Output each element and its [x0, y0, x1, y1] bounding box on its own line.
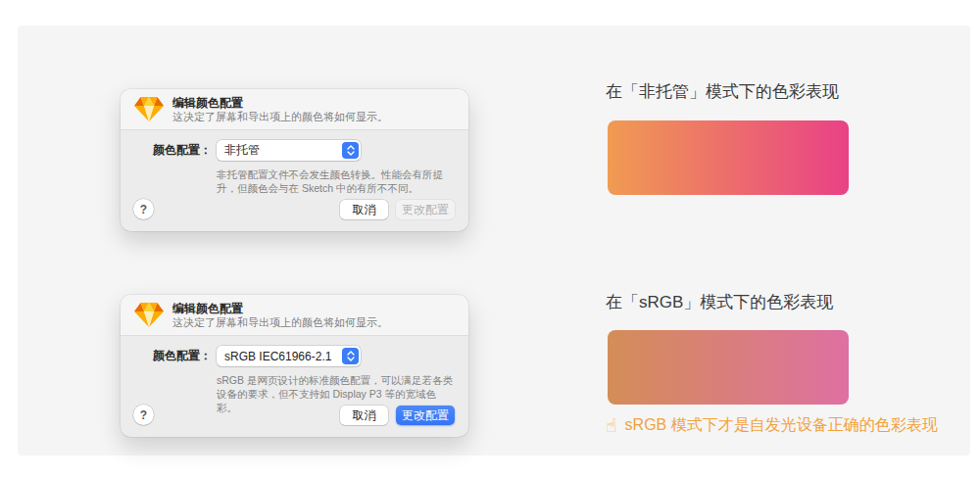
preview-heading-unmanaged: 在「非托管」模式下的色彩表现	[606, 80, 939, 103]
chevron-up-down-icon	[342, 142, 359, 159]
chevron-up-down-icon	[342, 348, 359, 364]
dialog-title: 编辑颜色配置	[172, 302, 388, 315]
dialog-buttons: 取消 更改配置	[340, 200, 455, 219]
profile-field-label: 颜色配置：	[121, 348, 212, 364]
pointing-up-icon: ☝	[606, 414, 617, 436]
cancel-button[interactable]: 取消	[340, 200, 388, 219]
help-button[interactable]: ?	[133, 405, 154, 425]
sketch-gem-icon	[134, 302, 164, 328]
srgb-note-text: sRGB 模式下才是自发光设备正确的色彩表现	[625, 415, 938, 436]
srgb-note: ☝ sRGB 模式下才是自发光设备正确的色彩表现	[606, 414, 938, 436]
selected-profile-value: sRGB IEC61966-2.1	[224, 350, 331, 363]
dialog-header: 编辑颜色配置 这决定了屏幕和导出项上的颜色将如何显示。	[121, 295, 468, 336]
preview-heading-srgb: 在「sRGB」模式下的色彩表现	[606, 291, 939, 313]
screenshot-canvas: 编辑颜色配置 这决定了屏幕和导出项上的颜色将如何显示。 颜色配置： 非托管 非托	[0, 0, 980, 478]
dialog-header: 编辑颜色配置 这决定了屏幕和导出项上的颜色将如何显示。	[121, 89, 468, 130]
change-profile-button[interactable]: 更改配置	[396, 406, 455, 425]
sketch-gem-icon	[134, 96, 164, 122]
help-button[interactable]: ?	[133, 199, 154, 219]
color-profile-select[interactable]: 非托管	[217, 140, 361, 161]
gradient-swatch-srgb	[608, 330, 849, 405]
selected-profile-value: 非托管	[224, 142, 260, 159]
gradient-swatch-unmanaged	[608, 120, 849, 195]
cancel-button[interactable]: 取消	[340, 406, 388, 425]
profile-field-row: 颜色配置： 非托管	[121, 140, 468, 161]
content-panel: 编辑颜色配置 这决定了屏幕和导出项上的颜色将如何显示。 颜色配置： 非托管 非托	[18, 25, 970, 455]
color-profile-dialog-srgb: 编辑颜色配置 这决定了屏幕和导出项上的颜色将如何显示。 颜色配置： sRGB I…	[121, 295, 468, 437]
dialog-title-block: 编辑颜色配置 这决定了屏幕和导出项上的颜色将如何显示。	[172, 96, 388, 123]
change-profile-button[interactable]: 更改配置	[396, 200, 455, 219]
color-profile-select[interactable]: sRGB IEC61966-2.1	[217, 346, 361, 366]
profile-field-row: 颜色配置： sRGB IEC61966-2.1	[121, 346, 468, 366]
dialog-subtitle: 这决定了屏幕和导出项上的颜色将如何显示。	[172, 316, 388, 329]
profile-description: 非托管配置文件不会发生颜色转换。性能会有所提升，但颜色会与在 Sketch 中的…	[217, 167, 457, 195]
dialog-subtitle: 这决定了屏幕和导出项上的颜色将如何显示。	[172, 111, 388, 123]
dialog-title: 编辑颜色配置	[172, 96, 388, 110]
dialog-buttons: 取消 更改配置	[340, 406, 455, 425]
color-profile-dialog-unmanaged: 编辑颜色配置 这决定了屏幕和导出项上的颜色将如何显示。 颜色配置： 非托管 非托	[121, 89, 468, 231]
dialog-title-block: 编辑颜色配置 这决定了屏幕和导出项上的颜色将如何显示。	[172, 302, 388, 329]
profile-field-label: 颜色配置：	[121, 142, 212, 159]
